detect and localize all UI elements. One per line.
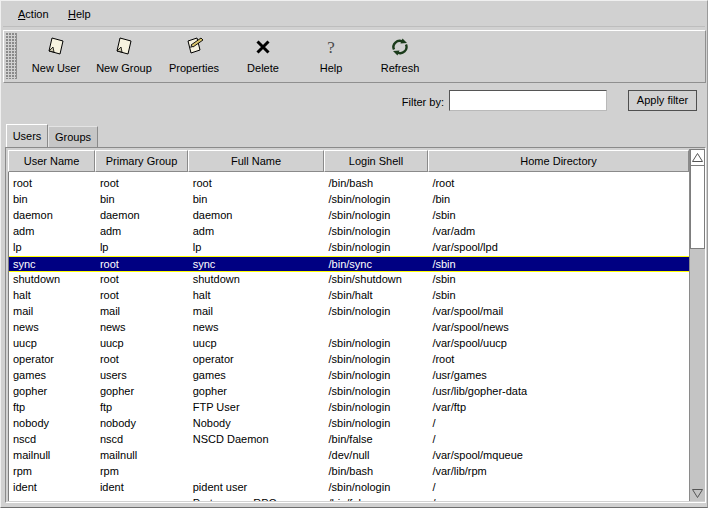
scrollbar-thumb[interactable] — [690, 165, 705, 249]
full-name-cell: Nobody — [189, 416, 325, 430]
toolbar: New User New Group Properties — [3, 30, 706, 83]
table-row[interactable]: syncrootsync/bin/sync/sbin — [9, 256, 689, 272]
home-directory-cell: /var/spool/uucp — [428, 336, 689, 350]
refresh-button[interactable]: Refresh — [362, 34, 438, 79]
vertical-scrollbar[interactable] — [689, 149, 705, 501]
table-row[interactable]: mailmailmail/sbin/nologin/var/spool/mail — [9, 304, 689, 320]
primary-group-cell: users — [96, 368, 189, 382]
table-row[interactable]: newsnewsnews/var/spool/news — [9, 320, 689, 336]
new-group-label: New Group — [86, 62, 162, 75]
user-name-cell: mail — [9, 304, 96, 318]
full-name-cell: games — [189, 368, 325, 382]
table-row[interactable]: rpmrpm/bin/bash/var/lib/rpm — [9, 464, 689, 480]
login-shell-cell: /sbin/nologin — [325, 240, 429, 254]
full-name-cell: halt — [189, 288, 325, 302]
new-group-button[interactable]: New Group — [86, 34, 162, 79]
scroll-down-button[interactable] — [690, 485, 705, 501]
full-name-cell: shutdown — [189, 272, 325, 286]
table-row[interactable]: gophergophergopher/sbin/nologin/usr/lib/… — [9, 384, 689, 400]
delete-button[interactable]: Delete — [225, 34, 301, 79]
home-directory-cell: /var/adm — [428, 224, 689, 238]
home-directory-cell: /sbin — [428, 272, 689, 286]
table-row[interactable]: ftpftpFTP User/sbin/nologin/var/ftp — [9, 400, 689, 416]
full-name-cell: gopher — [189, 384, 325, 398]
scroll-up-button[interactable] — [690, 149, 705, 165]
menu-help-mnemonic: H — [68, 8, 76, 20]
column-header-full-name[interactable]: Full Name — [188, 150, 324, 172]
table-row[interactable]: identidentpident user/sbin/nologin/ — [9, 480, 689, 496]
login-shell-cell: /sbin/nologin — [325, 368, 429, 382]
menu-action[interactable]: Action — [15, 7, 52, 22]
delete-x-icon — [225, 34, 301, 60]
filter-input[interactable] — [449, 90, 607, 111]
user-name-cell: lp — [9, 240, 96, 254]
question-mark-icon: ? — [293, 34, 369, 60]
apply-filter-button[interactable]: Apply filter — [628, 90, 697, 111]
home-directory-cell: /sbin — [428, 208, 689, 222]
login-shell-cell: /sbin/nologin — [325, 336, 429, 350]
primary-group-cell: root — [96, 257, 189, 271]
full-name-cell — [189, 464, 325, 478]
user-name-cell: ftp — [9, 400, 96, 414]
home-directory-cell: /bin — [428, 192, 689, 206]
user-name-cell: shutdown — [9, 272, 96, 286]
column-header-user-name[interactable]: User Name — [8, 150, 95, 172]
primary-group-cell: nscd — [96, 432, 189, 446]
full-name-cell — [189, 448, 325, 462]
primary-group-cell: gopher — [96, 384, 189, 398]
home-directory-cell: /usr/lib/gopher-data — [428, 384, 689, 398]
column-header-primary-group[interactable]: Primary Group — [95, 150, 188, 172]
table-row[interactable]: lplplp/sbin/nologin/var/spool/lpd — [9, 240, 689, 256]
tab-groups-label: Groups — [55, 131, 91, 143]
user-name-cell: mailnull — [9, 448, 96, 462]
table-row[interactable]: operatorrootoperator/sbin/nologin/root — [9, 352, 689, 368]
table-row[interactable]: rpcrpcPortmapper RPC user/bin/false/ — [9, 496, 689, 501]
full-name-cell: FTP User — [189, 400, 325, 414]
login-shell-cell: /sbin/nologin — [325, 480, 429, 494]
home-directory-cell: /root — [428, 352, 689, 366]
new-user-icon — [18, 34, 94, 60]
user-name-cell: games — [9, 368, 96, 382]
home-directory-cell: / — [428, 480, 689, 494]
delete-label: Delete — [225, 62, 301, 75]
user-name-cell: halt — [9, 288, 96, 302]
login-shell-cell: /sbin/nologin — [325, 224, 429, 238]
properties-button[interactable]: Properties — [156, 34, 232, 79]
toolbar-drag-handle[interactable] — [6, 33, 17, 79]
tab-users[interactable]: Users — [6, 124, 48, 148]
primary-group-cell: mailnull — [96, 448, 189, 462]
primary-group-cell: root — [96, 352, 189, 366]
home-directory-cell: /var/spool/lpd — [428, 240, 689, 254]
table-row[interactable]: nscdnscdNSCD Daemon/bin/false/ — [9, 432, 689, 448]
primary-group-cell: rpm — [96, 464, 189, 478]
primary-group-cell: bin — [96, 192, 189, 206]
table-row[interactable]: nobodynobodyNobody/sbin/nologin/ — [9, 416, 689, 432]
tab-users-label: Users — [13, 130, 42, 142]
table-row[interactable]: rootrootroot/bin/bash/root — [9, 176, 689, 192]
table-row[interactable]: daemondaemondaemon/sbin/nologin/sbin — [9, 208, 689, 224]
table-row[interactable]: gamesusersgames/sbin/nologin/usr/games — [9, 368, 689, 384]
new-user-button[interactable]: New User — [18, 34, 94, 79]
table-row[interactable]: admadmadm/sbin/nologin/var/adm — [9, 224, 689, 240]
triangle-up-icon — [692, 153, 703, 162]
table-row[interactable]: binbinbin/sbin/nologin/bin — [9, 192, 689, 208]
tab-groups[interactable]: Groups — [48, 126, 98, 148]
table-row[interactable]: haltroothalt/sbin/halt/sbin — [9, 288, 689, 304]
login-shell-cell: /sbin/nologin — [325, 416, 429, 430]
table-row[interactable]: uucpuucpuucp/sbin/nologin/var/spool/uucp — [9, 336, 689, 352]
menu-help[interactable]: Help — [65, 7, 94, 22]
properties-label: Properties — [156, 62, 232, 75]
table-row[interactable]: shutdownrootshutdown/sbin/shutdown/sbin — [9, 272, 689, 288]
login-shell-cell: /sbin/nologin — [325, 208, 429, 222]
user-name-cell: operator — [9, 352, 96, 366]
table-row[interactable]: mailnullmailnull/dev/null/var/spool/mque… — [9, 448, 689, 464]
user-name-cell: uucp — [9, 336, 96, 350]
user-name-cell: ident — [9, 480, 96, 494]
column-header-home-directory[interactable]: Home Directory — [428, 150, 689, 172]
help-button[interactable]: ? Help — [293, 34, 369, 79]
home-directory-cell: /var/spool/mqueue — [428, 448, 689, 462]
column-header-login-shell[interactable]: Login Shell — [324, 150, 428, 172]
login-shell-cell: /dev/null — [325, 448, 429, 462]
primary-group-cell: mail — [96, 304, 189, 318]
home-directory-cell: /root — [428, 176, 689, 190]
